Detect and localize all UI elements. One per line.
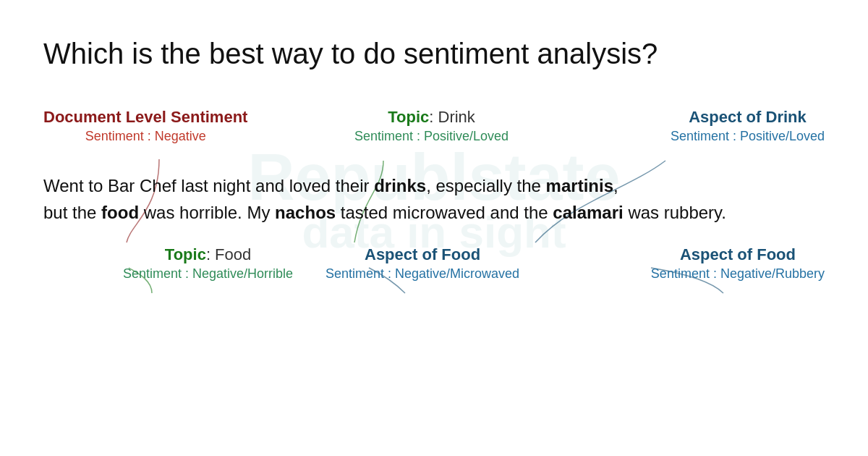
word-martinis: martinis: [546, 176, 613, 195]
sentence-part5: was horrible. My: [139, 203, 275, 222]
topic-drink-sentiment: Sentiment : Positive/Loved: [354, 128, 509, 145]
topic-drink-prefix: Topic: [388, 108, 429, 126]
aspect-calamari-block: Aspect of Food Sentiment : Negative/Rubb…: [651, 245, 825, 282]
sentence-part1: Went to Bar Chef last night and loved th…: [43, 176, 374, 195]
aspect-nachos-block: Aspect of Food Sentiment : Negative/Micr…: [326, 245, 519, 282]
sentence-part3: ,: [613, 176, 618, 195]
aspect-nachos-sentiment: Sentiment : Negative/Microwaved: [326, 266, 519, 282]
page-container: Republstate data in sight Which is the b…: [0, 0, 868, 332]
aspect-drink-sentiment: Sentiment : Positive/Loved: [671, 128, 825, 145]
sentence-part2: , especially the: [426, 176, 545, 195]
word-calamari: calamari: [553, 203, 623, 222]
word-drinks: drinks: [374, 176, 426, 195]
topic-drink-title: Topic: Drink: [388, 107, 475, 128]
aspect-drink-title: Aspect of Drink: [689, 107, 807, 128]
sentence-part7: was rubbery.: [624, 203, 726, 222]
aspect-nachos-title: Aspect of Food: [365, 245, 480, 266]
topic-food-block: Topic: Food Sentiment : Negative/Horribl…: [123, 245, 293, 282]
sentence-part4: but the: [43, 203, 101, 222]
sentence-part6: tasted microwaved and the: [336, 203, 553, 222]
sentence-area: Went to Bar Chef last night and loved th…: [43, 172, 825, 237]
topic-food-name: : Food: [206, 245, 251, 263]
topic-drink-block: Topic: Drink Sentiment : Positive/Loved: [354, 107, 509, 145]
doc-level-sentiment: Sentiment : Negative: [85, 128, 206, 145]
diagram: Document Level Sentiment Sentiment : Neg…: [43, 107, 825, 295]
doc-level-block: Document Level Sentiment Sentiment : Neg…: [43, 107, 247, 145]
bottom-labels: Topic: Food Sentiment : Negative/Horribl…: [43, 245, 825, 295]
word-food: food: [101, 203, 139, 222]
word-nachos: nachos: [275, 203, 336, 222]
topic-food-sentiment: Sentiment : Negative/Horrible: [123, 266, 293, 282]
topic-food-prefix: Topic: [165, 245, 206, 263]
main-sentence: Went to Bar Chef last night and loved th…: [43, 172, 825, 226]
topic-food-title: Topic: Food: [165, 245, 251, 266]
topic-drink-name: : Drink: [429, 108, 475, 126]
page-title: Which is the best way to do sentiment an…: [43, 36, 825, 71]
aspect-calamari-sentiment: Sentiment : Negative/Rubbery: [651, 266, 825, 282]
aspect-drink-block: Aspect of Drink Sentiment : Positive/Lov…: [671, 107, 825, 145]
doc-level-title: Document Level Sentiment: [43, 107, 247, 128]
aspect-calamari-title: Aspect of Food: [680, 245, 796, 266]
